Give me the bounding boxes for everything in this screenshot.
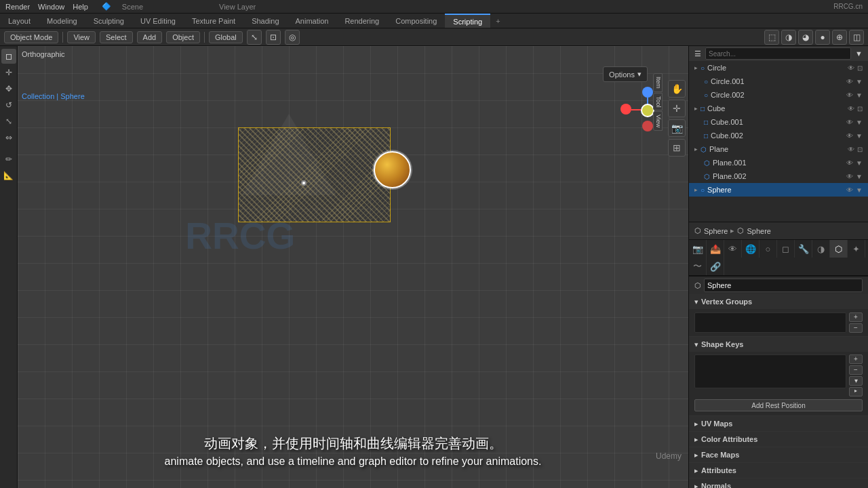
overlay-icon[interactable]: ⊕ — [832, 30, 847, 45]
eye-cube001[interactable]: 👁 — [846, 119, 853, 126]
prop-tab-output[interactable]: 📤 — [707, 240, 724, 258]
tab-sculpting[interactable]: Sculpting — [85, 14, 132, 28]
prop-tab-particles[interactable]: ✦ — [848, 240, 865, 258]
sel-plane[interactable]: ⊡ — [857, 146, 863, 153]
viewport-shading-solid[interactable]: ◑ — [781, 30, 796, 45]
add-workspace-button[interactable]: + — [490, 16, 505, 26]
tab-layout[interactable]: Layout — [0, 14, 39, 28]
side-tab-item[interactable]: Item — [653, 73, 663, 92]
select-menu[interactable]: Select — [100, 31, 133, 43]
proportional-edit-icon[interactable]: ◎ — [285, 30, 300, 45]
side-tab-view[interactable]: View — [653, 111, 663, 131]
sel-plane001[interactable]: ▼ — [856, 159, 863, 167]
outliner-item-cube002[interactable]: □ Cube.002 👁 ▼ — [689, 129, 868, 142]
xray-icon[interactable]: ◫ — [849, 30, 864, 45]
gizmo-y-ball[interactable] — [642, 121, 653, 131]
add-menu[interactable]: Add — [137, 31, 163, 43]
color-attr-header[interactable]: ▸ Color Attributes — [689, 432, 868, 447]
transform-global[interactable]: Global — [209, 31, 243, 43]
gizmo-x-ball[interactable] — [620, 104, 631, 115]
sk-down[interactable]: ▾ — [849, 376, 863, 386]
transform-icon[interactable]: ⤡ — [247, 30, 262, 45]
outliner-item-circle002[interactable]: ○ Circle.002 👁 ▼ — [689, 88, 868, 102]
vg-add[interactable]: + — [849, 312, 863, 322]
mode-selector[interactable]: Object Mode — [4, 31, 58, 43]
viewport-area[interactable]: Orthographic Collection | Sphere Options… — [18, 46, 688, 488]
vp-hand-tool[interactable]: ✋ — [668, 80, 686, 98]
face-maps-header[interactable]: ▸ Face Maps — [689, 447, 868, 462]
tab-modeling[interactable]: Modeling — [39, 14, 85, 28]
tool-cursor[interactable]: ✛ — [1, 65, 16, 80]
viewport-options-panel[interactable]: Options ▾ — [603, 66, 648, 82]
tool-scale[interactable]: ⤡ — [1, 114, 16, 129]
sel-cube001[interactable]: ▼ — [856, 119, 863, 126]
prop-tab-view[interactable]: 👁 — [724, 240, 742, 258]
prop-tab-data[interactable]: ⬡ — [830, 240, 848, 258]
normals-header[interactable]: ▸ Normals — [689, 479, 868, 488]
sel-circle[interactable]: ⊡ — [857, 64, 863, 72]
vertex-groups-header[interactable]: ▾ Vertex Groups — [689, 294, 868, 309]
eye-cube[interactable]: 👁 — [848, 105, 854, 113]
vp-cursor-tool[interactable]: ✛ — [668, 100, 686, 117]
gizmo-z-ball[interactable] — [642, 87, 653, 98]
vg-remove[interactable]: − — [849, 323, 863, 333]
attributes-header[interactable]: ▸ Attributes — [689, 463, 868, 478]
sk-add[interactable]: + — [849, 354, 863, 364]
tool-transform[interactable]: ⇔ — [1, 130, 16, 145]
menu-render[interactable]: Render — [5, 3, 30, 11]
prop-tab-world[interactable]: ○ — [760, 240, 777, 258]
eye-sphere[interactable]: 👁 — [846, 186, 853, 194]
tab-scripting[interactable]: Scripting — [445, 14, 490, 28]
outliner-filter-icon[interactable]: ▼ — [855, 49, 863, 58]
gizmo-center[interactable] — [641, 104, 654, 117]
object-name-input[interactable] — [704, 279, 863, 292]
tool-rotate[interactable]: ↺ — [1, 98, 16, 113]
eye-plane002[interactable]: 👁 — [846, 173, 853, 180]
sk-remove[interactable]: − — [849, 365, 863, 375]
object-menu[interactable]: Object — [166, 31, 200, 43]
tool-annotate[interactable]: ✏ — [1, 152, 16, 167]
eye-plane001[interactable]: 👁 — [846, 159, 853, 167]
outliner-item-circle[interactable]: ▸ ○ Circle 👁 ⊡ — [689, 61, 868, 75]
viewport-shading-mat[interactable]: ◕ — [798, 30, 813, 45]
outliner-search[interactable] — [705, 47, 851, 60]
vp-grid-tool[interactable]: ⊞ — [668, 139, 686, 157]
eye-cube002[interactable]: 👁 — [846, 132, 853, 140]
sel-plane002[interactable]: ▼ — [856, 173, 863, 180]
outliner-item-plane001[interactable]: ⬡ Plane.001 👁 ▼ — [689, 156, 868, 169]
snap-icon[interactable]: ⊡ — [266, 30, 281, 45]
viewport-gizmo[interactable] — [620, 87, 675, 141]
sel-cube002[interactable]: ▼ — [856, 132, 863, 140]
uv-maps-header[interactable]: ▸ UV Maps — [689, 416, 868, 431]
shape-keys-header[interactable]: ▾ Shape Keys — [689, 337, 868, 352]
sel-circle001[interactable]: ▼ — [856, 78, 863, 85]
outliner-item-cube001[interactable]: □ Cube.001 👁 ▼ — [689, 115, 868, 129]
tool-measure[interactable]: 📐 — [1, 168, 16, 183]
tab-texture-paint[interactable]: Texture Paint — [184, 14, 243, 28]
eye-circle001[interactable]: 👁 — [846, 78, 853, 85]
eye-circle002[interactable]: 👁 — [846, 92, 853, 99]
outliner-item-cube[interactable]: ▸ □ Cube 👁 ⊡ — [689, 102, 868, 115]
sel-sphere[interactable]: ▼ — [856, 186, 863, 194]
collection-label[interactable]: Collection | Sphere — [22, 92, 85, 100]
side-tab-tool[interactable]: Tool — [653, 93, 663, 111]
outliner-item-sphere[interactable]: ▸ ○ Sphere 👁 ▼ — [689, 183, 868, 197]
prop-tab-physics[interactable]: 〜 — [689, 258, 707, 275]
tab-rendering[interactable]: Rendering — [336, 14, 387, 28]
prop-tab-object[interactable]: ◻ — [777, 240, 795, 258]
tab-shading[interactable]: Shading — [243, 14, 287, 28]
vg-list[interactable] — [694, 312, 846, 333]
viewport-shading-rendered[interactable]: ● — [815, 30, 830, 45]
add-rest-position-btn[interactable]: Add Rest Position — [694, 399, 863, 411]
sk-list[interactable] — [694, 354, 846, 388]
prop-tab-constraints[interactable]: 🔗 — [707, 258, 724, 275]
prop-tab-scene[interactable]: 🌐 — [742, 240, 760, 258]
tab-uv-editing[interactable]: UV Editing — [132, 14, 184, 28]
sel-circle002[interactable]: ▼ — [856, 92, 863, 99]
view-menu[interactable]: View — [67, 31, 96, 43]
menu-window[interactable]: Window — [38, 3, 64, 11]
eye-plane[interactable]: 👁 — [848, 146, 854, 153]
menu-help[interactable]: Help — [73, 3, 88, 11]
outliner-item-plane002[interactable]: ⬡ Plane.002 👁 ▼ — [689, 169, 868, 183]
tool-move[interactable]: ✥ — [1, 81, 16, 96]
